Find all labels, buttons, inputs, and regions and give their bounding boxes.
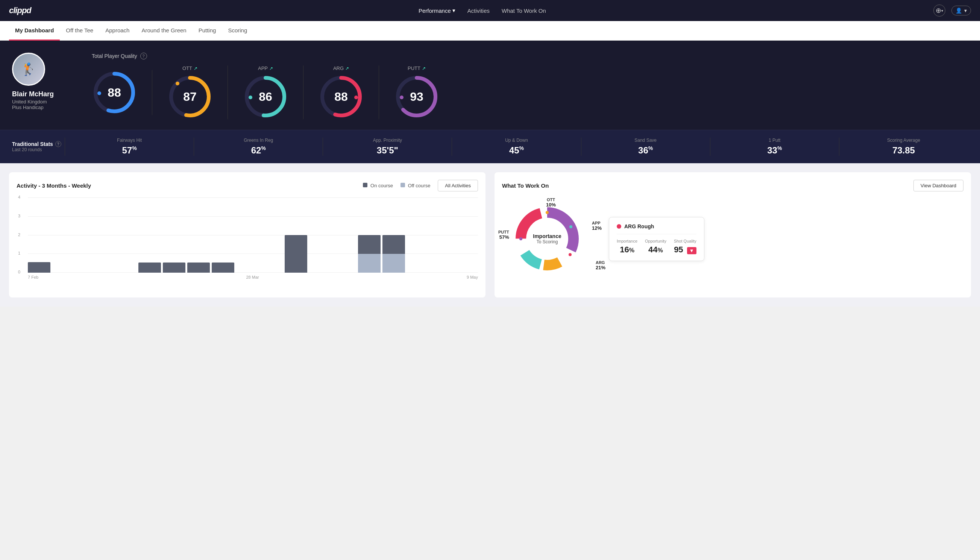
user-icon: 👤 <box>955 8 962 13</box>
bar-group-7 <box>187 263 210 273</box>
gauge-ott: OTT ↗ 87 <box>152 65 228 119</box>
svg-point-5 <box>176 82 180 85</box>
ring-putt: 93 <box>394 74 439 119</box>
x-label-may: 9 May <box>467 275 478 280</box>
bar-on-14 <box>358 235 381 254</box>
legend-on-course: On course <box>363 183 393 188</box>
stat-scoring-average: Scoring Average 73.85 <box>839 138 968 156</box>
gauge-ott-value: 87 <box>183 90 197 104</box>
ring-app: 86 <box>243 74 288 119</box>
nav-links: Performance ▾ Activities What To Work On <box>419 7 546 14</box>
gauge-ott-label: OTT ↗ <box>182 65 198 71</box>
stat-sand-save: Sand Save 36% <box>581 138 710 156</box>
tab-scoring[interactable]: Scoring <box>222 21 253 41</box>
arg-trend-icon: ↗ <box>345 66 349 71</box>
chart-bars <box>28 197 478 273</box>
what-to-work-on-card: What To Work On View Dashboard PUTT 57% … <box>494 172 971 297</box>
app-trend-icon: ↗ <box>269 66 273 71</box>
stat-up-and-down: Up & Down 45% <box>452 138 581 156</box>
svg-point-2 <box>97 92 101 95</box>
bar-on-8 <box>212 263 234 273</box>
user-chevron-icon: ▾ <box>964 8 967 13</box>
wtwo-title: What To Work On <box>502 182 549 189</box>
putt-trend-icon: ↗ <box>422 66 426 71</box>
player-name: Blair McHarg <box>12 90 54 98</box>
nav-what-to-work-on[interactable]: What To Work On <box>502 8 546 14</box>
gauge-arg-label: ARG ↗ <box>333 65 349 71</box>
tab-my-dashboard[interactable]: My Dashboard <box>9 21 60 41</box>
bottom-section: Activity - 3 Months - Weekly On course O… <box>0 163 980 307</box>
nav-performance[interactable]: Performance ▾ <box>419 7 456 14</box>
view-dashboard-button[interactable]: View Dashboard <box>913 180 963 192</box>
wtwo-header: What To Work On View Dashboard <box>502 180 963 192</box>
chart-header: Activity - 3 Months - Weekly On course O… <box>17 180 478 192</box>
gauge-app: APP ↗ 86 <box>228 65 303 119</box>
ring-total: 88 <box>92 70 137 115</box>
bar-on-6 <box>163 263 185 273</box>
gauge-arg-value: 88 <box>334 90 348 104</box>
svg-point-8 <box>249 95 252 99</box>
app-logo[interactable]: clippd <box>9 6 31 15</box>
gauge-app-value: 86 <box>259 90 272 104</box>
donut-label-app: APP 12% <box>592 221 602 231</box>
bar-group-11 <box>285 235 307 273</box>
stat-one-putt: 1 Putt 33% <box>710 138 839 156</box>
gauge-total: 88 <box>92 70 152 115</box>
donut-wrapper: PUTT 57% OTT 10% APP 12% ARG 21% <box>502 197 600 280</box>
tpq-section: Total Player Quality ? 88 <box>92 53 968 119</box>
svg-point-14 <box>400 95 404 99</box>
bar-group-14 <box>358 235 381 273</box>
ott-trend-icon: ↗ <box>194 66 198 71</box>
trad-help-icon[interactable]: ? <box>55 141 61 147</box>
secondary-navigation: My Dashboard Off the Tee Approach Around… <box>0 21 980 41</box>
gauge-row: 88 OTT ↗ 87 <box>92 65 968 119</box>
donut-center: Importance To Scoring <box>509 201 585 277</box>
bar-on-7 <box>187 263 210 273</box>
info-dot <box>617 224 621 229</box>
player-handicap: Plus Handicap <box>12 105 43 110</box>
info-metrics: Importance 16% Opportunity 44% Shot Qual… <box>617 234 696 255</box>
bar-group-15 <box>383 235 405 273</box>
x-label-mar: 28 Mar <box>246 275 259 280</box>
nav-right: ⊕ ▾ 👤 ▾ <box>933 5 971 17</box>
tab-putting[interactable]: Putting <box>193 21 222 41</box>
bar-off-15 <box>383 254 405 273</box>
bar-group-6 <box>163 263 185 273</box>
info-card-header: ARG Rough <box>617 223 696 229</box>
bar-on-11 <box>285 235 307 273</box>
tab-off-the-tee[interactable]: Off the Tee <box>60 21 99 41</box>
tpq-help-icon[interactable]: ? <box>140 53 147 59</box>
info-card-title: ARG Rough <box>624 223 654 229</box>
all-activities-button[interactable]: All Activities <box>438 180 478 192</box>
bar-on-1 <box>28 262 50 273</box>
bar-off-14 <box>358 254 381 273</box>
stat-app-proximity: App. Proximity 35'5" <box>323 138 452 156</box>
info-metric-importance: Importance 16% <box>617 239 637 255</box>
plus-icon: ⊕ <box>936 7 941 15</box>
bar-group-5 <box>138 263 161 273</box>
player-info: 🏌️ Blair McHarg United Kingdom Plus Hand… <box>12 53 80 110</box>
hero-section: 🏌️ Blair McHarg United Kingdom Plus Hand… <box>0 41 980 130</box>
bar-group-1 <box>28 262 50 273</box>
user-menu-button[interactable]: 👤 ▾ <box>952 6 971 15</box>
stat-fairways-hit: Fairways Hit 57% <box>65 138 194 156</box>
ring-ott: 87 <box>167 74 213 119</box>
shot-quality-badge: ▼ <box>687 247 696 254</box>
trad-stats-label: Traditional Stats ? Last 20 rounds <box>12 141 65 152</box>
add-button[interactable]: ⊕ ▾ <box>933 5 945 17</box>
tab-approach[interactable]: Approach <box>99 21 135 41</box>
x-label-feb: 7 Feb <box>28 275 38 280</box>
chart-x-labels: 7 Feb 28 Mar 9 May <box>28 275 478 280</box>
tab-around-the-green[interactable]: Around the Green <box>135 21 192 41</box>
donut-section: PUTT 57% OTT 10% APP 12% ARG 21% <box>502 197 963 280</box>
traditional-stats: Traditional Stats ? Last 20 rounds Fairw… <box>0 130 980 163</box>
ring-arg: 88 <box>318 74 364 119</box>
gauge-total-value: 88 <box>108 85 121 99</box>
stat-greens-in-reg: Greens In Reg 62% <box>194 138 323 156</box>
legend-off-course: Off course <box>401 183 430 188</box>
arg-rough-info-card: ARG Rough Importance 16% Opportunity 44% <box>609 217 704 261</box>
gauge-putt-value: 93 <box>410 90 423 104</box>
nav-activities[interactable]: Activities <box>468 8 490 14</box>
chevron-down-icon: ▾ <box>453 7 456 14</box>
gauge-arg: ARG ↗ 88 <box>303 65 379 119</box>
